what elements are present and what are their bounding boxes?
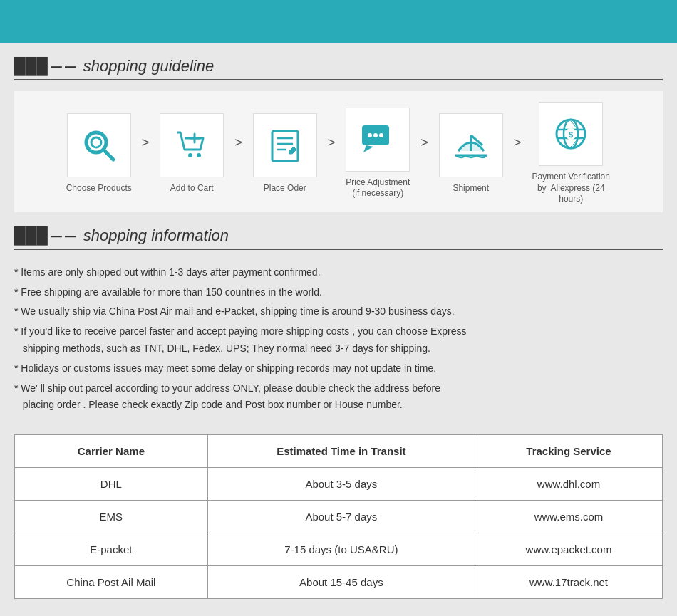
cart-icon bbox=[172, 125, 212, 165]
top-banner bbox=[0, 0, 677, 43]
info-text-block: * Items are only shipped out within 1-3 … bbox=[14, 261, 663, 420]
arrow-5: > bbox=[514, 135, 522, 150]
table-cell-2-2: www.epacket.com bbox=[475, 533, 662, 566]
form-icon bbox=[265, 125, 305, 165]
col-estimated-time: Estimated Time in Transit bbox=[207, 435, 475, 468]
step-place-order: Place Oder bbox=[246, 113, 324, 194]
search-icon bbox=[79, 125, 119, 165]
information-header: ███ ⸺⸺ shopping information bbox=[14, 226, 663, 250]
info-line-5: * Holidays or customs issues may meet so… bbox=[14, 360, 663, 377]
add-to-cart-label: Add to Cart bbox=[170, 183, 214, 194]
table-row: E-packet7-15 days (to USA&RU)www.epacket… bbox=[15, 533, 663, 566]
table-cell-0-0: DHL bbox=[15, 468, 208, 501]
svg-point-14 bbox=[379, 133, 383, 137]
info-header-decoration: ███ ⸺⸺ bbox=[14, 228, 78, 244]
choose-products-icon-box bbox=[67, 113, 131, 177]
table-cell-3-0: China Post Ail Mail bbox=[15, 566, 208, 599]
svg-point-4 bbox=[197, 153, 201, 157]
col-tracking-service: Tracking Service bbox=[475, 435, 662, 468]
step-price-adjustment: Price Adjustment(if necessary) bbox=[338, 108, 417, 199]
information-title: shopping information bbox=[83, 226, 229, 245]
place-order-label: Place Oder bbox=[264, 183, 306, 194]
table-cell-2-1: 7-15 days (to USA&RU) bbox=[207, 533, 475, 566]
table-cell-2-0: E-packet bbox=[15, 533, 208, 566]
header-decoration: ███ ⸺⸺ bbox=[14, 58, 78, 74]
svg-point-12 bbox=[368, 133, 372, 137]
col-carrier-name: Carrier Name bbox=[15, 435, 208, 468]
globe-payment-icon: $ bbox=[551, 114, 591, 154]
payment-verification-label: Payment Verification by Aliexpress (24 h… bbox=[528, 172, 614, 205]
table-cell-1-0: EMS bbox=[15, 501, 208, 533]
price-adjustment-label: Price Adjustment(if necessary) bbox=[346, 177, 410, 199]
info-line-6: * We' ll ship out parcel according to yo… bbox=[14, 380, 663, 414]
table-cell-3-2: www.17track.net bbox=[475, 566, 662, 599]
arrow-3: > bbox=[328, 135, 336, 150]
table-cell-0-1: About 3-5 days bbox=[207, 468, 475, 501]
steps-container: Choose Products > Add to Cart > bbox=[14, 91, 663, 212]
step-shipment: Shipment bbox=[432, 113, 510, 194]
step-payment-verification: $ Payment Verification by Aliexpress (24… bbox=[524, 102, 617, 205]
ship-icon bbox=[451, 125, 491, 165]
payment-verification-icon-box: $ bbox=[539, 102, 603, 166]
table-cell-0-2: www.dhl.com bbox=[475, 468, 662, 501]
svg-point-2 bbox=[91, 137, 101, 147]
step-add-to-cart: Add to Cart bbox=[153, 113, 231, 194]
info-line-1: * Items are only shipped out within 1-3 … bbox=[14, 264, 663, 281]
guideline-header: ███ ⸺⸺ shopping guideline bbox=[14, 57, 663, 80]
arrow-1: > bbox=[142, 135, 150, 150]
table-row: China Post Ail MailAbout 15-45 dayswww.1… bbox=[15, 566, 663, 599]
svg-text:$: $ bbox=[569, 130, 573, 139]
step-choose-products: Choose Products bbox=[60, 113, 138, 194]
info-line-4: * If you'd like to receive parcel faster… bbox=[14, 323, 663, 357]
add-to-cart-icon-box bbox=[160, 113, 224, 177]
guideline-title: shopping guideline bbox=[83, 57, 215, 75]
choose-products-label: Choose Products bbox=[66, 183, 132, 194]
chat-icon bbox=[358, 120, 398, 160]
arrow-2: > bbox=[234, 135, 242, 150]
svg-point-13 bbox=[373, 133, 378, 137]
svg-line-1 bbox=[103, 150, 113, 160]
svg-point-3 bbox=[188, 153, 192, 157]
shipment-icon-box bbox=[439, 113, 503, 177]
shipment-label: Shipment bbox=[453, 183, 489, 194]
table-row: DHLAbout 3-5 dayswww.dhl.com bbox=[15, 468, 663, 501]
table-header-row: Carrier Name Estimated Time in Transit T… bbox=[15, 435, 663, 468]
info-line-3: * We usually ship via China Post Air mai… bbox=[14, 303, 663, 320]
table-cell-1-1: About 5-7 days bbox=[207, 501, 475, 533]
info-line-2: * Free shipping are available for more t… bbox=[14, 284, 663, 301]
svg-rect-7 bbox=[272, 131, 298, 161]
place-order-icon-box bbox=[253, 113, 317, 177]
arrow-4: > bbox=[420, 135, 428, 150]
carrier-table: Carrier Name Estimated Time in Transit T… bbox=[14, 434, 663, 599]
table-cell-3-1: About 15-45 days bbox=[207, 566, 475, 599]
table-row: EMSAbout 5-7 dayswww.ems.com bbox=[15, 501, 663, 533]
table-cell-1-2: www.ems.com bbox=[475, 501, 662, 533]
price-adjustment-icon-box bbox=[346, 108, 410, 172]
